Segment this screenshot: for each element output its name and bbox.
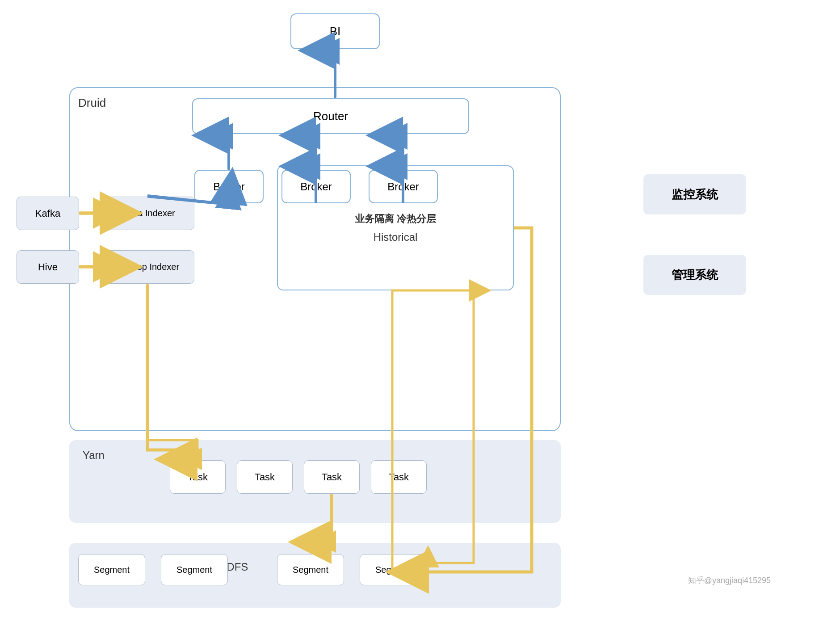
manage-label: 管理系统 <box>672 267 718 283</box>
segment-box-3: Segment <box>277 554 344 585</box>
seg4-label: Segment <box>375 565 411 575</box>
historical-label: Historical <box>374 231 418 244</box>
hive-source-label: Hive <box>38 261 58 273</box>
task4-label: Task <box>389 471 409 483</box>
hadoop-indexer-box: Hadoop Indexer <box>101 250 194 284</box>
segment-box-2: Segment <box>161 554 228 585</box>
broker-box-1: Broker <box>194 170 264 203</box>
task-box-1: Task <box>170 460 226 494</box>
kafka-indexer-box: Kafka Indexer <box>101 197 194 230</box>
task-box-3: Task <box>304 460 360 494</box>
task1-label: Task <box>188 471 208 483</box>
router-label: Router <box>313 109 348 123</box>
manage-box: 管理系统 <box>643 255 746 295</box>
bi-box: BI <box>290 13 380 49</box>
segment-box-1: Segment <box>78 554 145 585</box>
broker-box-2: Broker <box>281 170 351 203</box>
task-box-2: Task <box>237 460 293 494</box>
druid-label: Druid <box>78 96 106 110</box>
segment-box-4: Segment <box>360 554 427 585</box>
seg3-label: Segment <box>293 565 328 575</box>
yarn-label: Yarn <box>83 449 105 462</box>
diagram-container: BI Druid Router Broker 业务隔离 冷热分层 Histori… <box>0 0 840 626</box>
historical-subtitle: 业务隔离 冷热分层 <box>355 212 436 226</box>
seg2-label: Segment <box>176 565 212 575</box>
monitor-box: 监控系统 <box>643 174 746 214</box>
kafka-source-box: Kafka <box>17 197 79 230</box>
bi-label: BI <box>330 25 341 38</box>
hadoop-indexer-label: Hadoop Indexer <box>116 262 179 272</box>
task3-label: Task <box>322 471 342 483</box>
seg1-label: Segment <box>94 565 130 575</box>
router-box: Router <box>192 98 469 134</box>
task-box-4: Task <box>371 460 427 494</box>
broker1-label: Broker <box>213 181 245 193</box>
broker3-label: Broker <box>387 181 419 193</box>
kafka-indexer-label: Kafka Indexer <box>120 208 175 218</box>
hive-source-box: Hive <box>17 250 79 284</box>
broker-box-3: Broker <box>369 170 438 203</box>
watermark: 知乎@yangjiaqi415295 <box>688 575 771 586</box>
monitor-label: 监控系统 <box>672 187 718 202</box>
task2-label: Task <box>255 471 275 483</box>
kafka-source-label: Kafka <box>35 208 60 219</box>
broker2-label: Broker <box>300 181 332 193</box>
